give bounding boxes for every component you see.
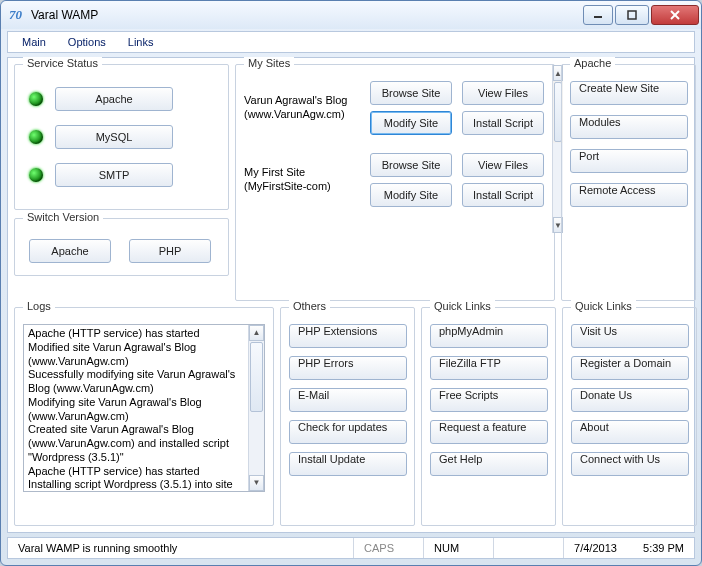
quick-links-2-legend: Quick Links — [571, 300, 636, 312]
quick-links-1-legend: Quick Links — [430, 300, 495, 312]
apache-legend: Apache — [570, 57, 615, 69]
logs-scrollbar[interactable]: ▲ ▼ — [248, 325, 264, 491]
browse-site-button[interactable]: Browse Site — [370, 81, 452, 105]
install-update-button[interactable]: Install Update — [289, 452, 407, 476]
switch-version-group: Switch Version Apache PHP — [14, 218, 229, 276]
service-mysql-row: MySQL — [29, 125, 220, 149]
service-smtp-button[interactable]: SMTP — [55, 163, 173, 187]
about-button[interactable]: About — [571, 420, 689, 444]
led-green-icon — [29, 130, 43, 144]
maximize-button[interactable] — [615, 5, 649, 25]
app-icon: 70 — [9, 7, 25, 23]
service-apache-row: Apache — [29, 87, 220, 111]
menu-main[interactable]: Main — [12, 34, 56, 50]
caps-indicator: CAPS — [353, 538, 423, 558]
titlebar[interactable]: 70 Varal WAMP — [1, 1, 701, 29]
browse-site-button[interactable]: Browse Site — [370, 153, 452, 177]
install-script-button[interactable]: Install Script — [462, 111, 544, 135]
logs-legend: Logs — [23, 300, 55, 312]
menubar: Main Options Links — [7, 31, 695, 53]
service-status-legend: Service Status — [23, 57, 102, 69]
modify-site-button[interactable]: Modify Site — [370, 183, 452, 207]
led-green-icon — [29, 92, 43, 106]
content-area: Service Status Apache MySQL SMTP Switch … — [7, 57, 695, 533]
svg-rect-1 — [628, 11, 636, 19]
site-row: My First Site (MyFirstSite-com) Browse S… — [244, 153, 548, 207]
create-new-site-button[interactable]: Create New Site — [570, 81, 688, 105]
left-column: Service Status Apache MySQL SMTP Switch … — [14, 64, 229, 301]
my-sites-group: My Sites Varun Agrawal's Blog (www.Varun… — [235, 64, 555, 301]
window-controls — [583, 5, 699, 25]
my-sites-legend: My Sites — [244, 57, 294, 69]
connect-button[interactable]: Connect with Us — [571, 452, 689, 476]
register-domain-button[interactable]: Register a Domain — [571, 356, 689, 380]
logs-text: Apache (HTTP service) has started Modifi… — [24, 325, 248, 491]
site-label: Varun Agrawal's Blog (www.VarunAgw.cm) — [244, 94, 362, 122]
service-mysql-button[interactable]: MySQL — [55, 125, 173, 149]
status-spacer — [493, 538, 563, 558]
menu-links[interactable]: Links — [118, 34, 164, 50]
service-smtp-row: SMTP — [29, 163, 220, 187]
site-label: My First Site (MyFirstSite-com) — [244, 166, 362, 194]
scroll-up-icon[interactable]: ▲ — [249, 325, 264, 341]
status-time: 5:39 PM — [627, 538, 694, 558]
logs-textbox[interactable]: Apache (HTTP service) has started Modifi… — [23, 324, 265, 492]
switch-apache-button[interactable]: Apache — [29, 239, 111, 263]
logs-group: Logs Apache (HTTP service) has started M… — [14, 307, 274, 526]
switch-php-button[interactable]: PHP — [129, 239, 211, 263]
status-bar: Varal WAMP is running smoothly CAPS NUM … — [7, 537, 695, 559]
others-legend: Others — [289, 300, 330, 312]
app-window: 70 Varal WAMP Main Options Links Service… — [0, 0, 702, 566]
service-apache-button[interactable]: Apache — [55, 87, 173, 111]
status-message: Varal WAMP is running smoothly — [8, 538, 353, 558]
port-button[interactable]: Port — [570, 149, 688, 173]
others-group: Others PHP Extensions PHP Errors E-Mail … — [280, 307, 415, 526]
email-button[interactable]: E-Mail — [289, 388, 407, 412]
view-files-button[interactable]: View Files — [462, 81, 544, 105]
switch-version-legend: Switch Version — [23, 211, 103, 223]
minimize-button[interactable] — [583, 5, 613, 25]
remote-access-button[interactable]: Remote Access — [570, 183, 688, 207]
status-date: 7/4/2013 — [563, 538, 627, 558]
view-files-button[interactable]: View Files — [462, 153, 544, 177]
scroll-thumb[interactable] — [250, 342, 263, 412]
request-feature-button[interactable]: Request a feature — [430, 420, 548, 444]
modify-site-button[interactable]: Modify Site — [370, 111, 452, 135]
service-status-group: Service Status Apache MySQL SMTP — [14, 64, 229, 210]
filezilla-button[interactable]: FileZilla FTP — [430, 356, 548, 380]
php-errors-button[interactable]: PHP Errors — [289, 356, 407, 380]
menu-options[interactable]: Options — [58, 34, 116, 50]
quick-links-1-group: Quick Links phpMyAdmin FileZilla FTP Fre… — [421, 307, 556, 526]
check-updates-button[interactable]: Check for updates — [289, 420, 407, 444]
close-button[interactable] — [651, 5, 699, 25]
window-title: Varal WAMP — [31, 8, 583, 22]
scroll-down-icon[interactable]: ▼ — [249, 475, 264, 491]
num-indicator: NUM — [423, 538, 493, 558]
visit-us-button[interactable]: Visit Us — [571, 324, 689, 348]
apache-group: Apache Create New Site Modules Port Remo… — [561, 64, 696, 301]
led-green-icon — [29, 168, 43, 182]
php-extensions-button[interactable]: PHP Extensions — [289, 324, 407, 348]
modules-button[interactable]: Modules — [570, 115, 688, 139]
quick-links-2-group: Quick Links Visit Us Register a Domain D… — [562, 307, 697, 526]
install-script-button[interactable]: Install Script — [462, 183, 544, 207]
donate-button[interactable]: Donate Us — [571, 388, 689, 412]
phpmyadmin-button[interactable]: phpMyAdmin — [430, 324, 548, 348]
get-help-button[interactable]: Get Help — [430, 452, 548, 476]
free-scripts-button[interactable]: Free Scripts — [430, 388, 548, 412]
site-row: Varun Agrawal's Blog (www.VarunAgw.cm) B… — [244, 81, 548, 135]
